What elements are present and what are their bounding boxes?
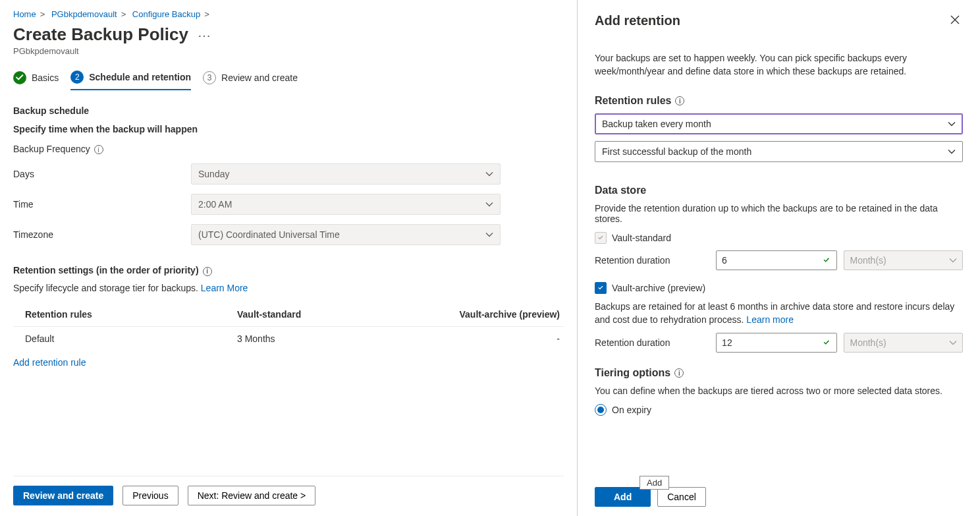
data-store-description: Provide the retention duration up to whi… xyxy=(595,203,963,224)
chevron-down-icon xyxy=(485,170,493,178)
wizard-stepper: Basics 2 Schedule and retention 3 Review… xyxy=(13,71,564,91)
add-button[interactable]: Add xyxy=(595,487,651,507)
vault-archive-label: Vault-archive (preview) xyxy=(612,283,705,293)
retention-duration-label: Retention duration xyxy=(595,337,709,348)
retention-duration-arc-input[interactable]: 12 xyxy=(716,333,837,353)
close-icon[interactable] xyxy=(947,13,963,26)
chevron-down-icon xyxy=(485,231,493,239)
info-icon[interactable]: i xyxy=(203,267,212,276)
chevron-down-icon xyxy=(485,200,493,208)
tiering-options-heading: Tiering optionsi xyxy=(595,367,963,379)
info-icon[interactable]: i xyxy=(674,368,684,378)
data-store-heading: Data store xyxy=(595,185,963,196)
retention-unit-arc-select[interactable]: Month(s) xyxy=(844,333,963,353)
backup-schedule-sub: Specify time when the backup will happen xyxy=(13,124,564,134)
cancel-button[interactable]: Cancel xyxy=(657,487,706,507)
step-number-icon: 2 xyxy=(70,71,84,84)
chevron-down-icon xyxy=(949,339,957,347)
add-tooltip: Add xyxy=(640,476,669,490)
step-schedule-retention[interactable]: 2 Schedule and retention xyxy=(70,71,191,90)
days-label: Days xyxy=(13,169,191,179)
vault-archive-checkbox[interactable] xyxy=(595,282,607,294)
page-title: Create Backup Policy xyxy=(13,24,188,45)
on-expiry-radio[interactable]: On expiry xyxy=(595,404,963,416)
retention-table: Retention rules Vault-standard Vault-arc… xyxy=(13,302,564,351)
breadcrumb-vault[interactable]: PGbkpdemovault xyxy=(51,9,117,19)
add-retention-rule-link[interactable]: Add retention rule xyxy=(13,357,564,368)
vault-standard-label: Vault-standard xyxy=(612,233,671,243)
page-subtitle: PGbkpdemovault xyxy=(13,46,564,56)
tiering-options-description: You can define when the backups are tier… xyxy=(595,386,963,396)
next-button[interactable]: Next: Review and create > xyxy=(188,486,316,505)
radio-icon xyxy=(595,404,607,416)
step-number-icon: 3 xyxy=(203,71,216,84)
chevron-down-icon xyxy=(949,256,957,264)
retention-settings-sub: Specify lifecycle and storage tier for b… xyxy=(13,283,564,293)
backup-frequency-label: Backup Frequencyi xyxy=(13,144,191,154)
info-icon[interactable]: i xyxy=(94,145,103,154)
panel-title: Add retention xyxy=(595,13,680,28)
retention-unit-std-select[interactable]: Month(s) xyxy=(844,250,963,270)
col-vault-archive: Vault-archive (preview) xyxy=(435,309,564,320)
time-select[interactable]: 2:00 AM xyxy=(191,194,501,215)
check-icon xyxy=(822,338,831,347)
timezone-select[interactable]: (UTC) Coordinated Universal Time xyxy=(191,224,501,245)
panel-footer: Add Add Cancel xyxy=(595,480,963,516)
step-basics[interactable]: Basics xyxy=(13,71,59,90)
retention-rules-heading: Retention rulesi xyxy=(595,95,963,107)
step-review-create[interactable]: 3 Review and create xyxy=(203,71,298,90)
chevron-down-icon xyxy=(948,148,956,156)
backup-schedule-heading: Backup schedule xyxy=(13,105,564,116)
retention-duration-label: Retention duration xyxy=(595,255,709,266)
more-menu-icon[interactable]: ⋯ xyxy=(198,28,212,43)
breadcrumb: Home> PGbkpdemovault> Configure Backup> xyxy=(13,9,564,19)
time-label: Time xyxy=(13,199,191,210)
retention-duration-std-input[interactable]: 6 xyxy=(716,250,837,270)
vault-archive-note: Backups are retained for at least 6 mont… xyxy=(595,301,963,326)
retention-settings-heading: Retention settings (in the order of prio… xyxy=(13,265,564,275)
info-icon[interactable]: i xyxy=(675,96,684,105)
add-retention-panel: Add retention Your backups are set to ha… xyxy=(577,0,980,516)
panel-description: Your backups are set to happen weekly. Y… xyxy=(595,52,963,78)
check-circle-icon xyxy=(13,71,26,84)
learn-more-link[interactable]: Learn More xyxy=(201,283,248,293)
review-create-button[interactable]: Review and create xyxy=(13,486,113,505)
breadcrumb-configure[interactable]: Configure Backup xyxy=(132,9,200,19)
table-row: Default 3 Months - xyxy=(13,326,564,351)
retention-rule-dropdown[interactable]: Backup taken every month xyxy=(595,113,963,134)
retention-subrule-dropdown[interactable]: First successful backup of the month xyxy=(595,141,963,162)
col-retention-rules: Retention rules xyxy=(13,309,237,320)
breadcrumb-home[interactable]: Home xyxy=(13,9,36,19)
col-vault-standard: Vault-standard xyxy=(237,309,435,320)
vault-standard-checkbox xyxy=(595,232,607,244)
chevron-down-icon xyxy=(948,120,956,128)
days-select[interactable]: Sunday xyxy=(191,163,501,185)
wizard-footer: Review and create Previous Next: Review … xyxy=(13,476,564,516)
previous-button[interactable]: Previous xyxy=(122,486,178,505)
timezone-label: Timezone xyxy=(13,229,191,240)
check-icon xyxy=(822,256,831,265)
learn-more-link[interactable]: Learn more xyxy=(746,314,794,325)
